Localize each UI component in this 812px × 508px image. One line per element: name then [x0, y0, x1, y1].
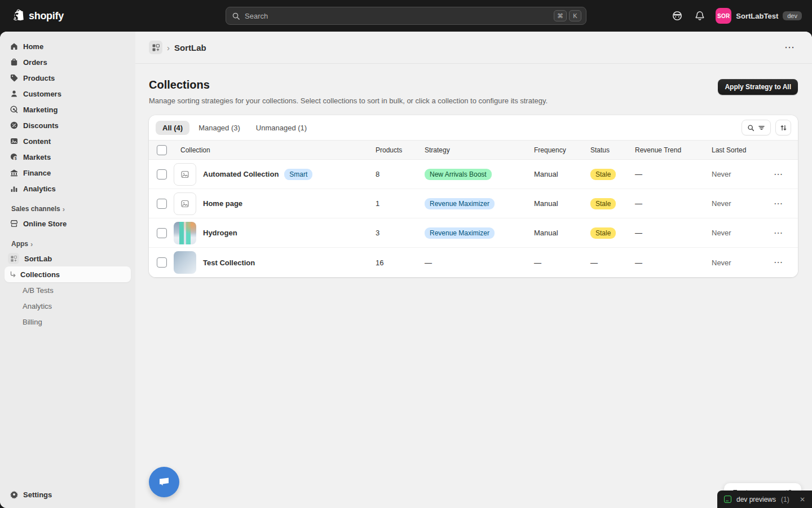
row-checkbox[interactable] — [157, 228, 167, 238]
sidebar-item-marketing[interactable]: Marketing — [5, 102, 131, 117]
column-header-collection: Collection — [174, 146, 376, 154]
collection-name-link[interactable]: Home page — [203, 199, 242, 208]
column-header-revenue-trend: Revenue Trend — [635, 146, 712, 154]
row-actions-menu-button[interactable]: ⋯ — [774, 199, 798, 208]
row-checkbox[interactable] — [157, 257, 167, 268]
table-row[interactable]: Automated Collection Smart 8 New Arrival… — [149, 160, 798, 189]
sidebar-item-label: Discounts — [23, 121, 59, 130]
row-checkbox[interactable] — [157, 169, 167, 179]
sidekick-assistant-button[interactable] — [668, 7, 686, 25]
collection-name-link[interactable]: Hydrogen — [203, 229, 237, 237]
breadcrumb-app-icon[interactable] — [149, 41, 162, 54]
status-badge: Stale — [590, 198, 616, 209]
section-label: Apps — [11, 240, 28, 248]
collection-name-link[interactable]: Automated Collection — [203, 170, 279, 178]
user-menu[interactable]: SOR SortLabTest dev — [713, 6, 805, 26]
sidebar-item-home[interactable]: Home — [5, 38, 131, 54]
row-checkbox[interactable] — [157, 199, 167, 209]
row-actions-menu-button[interactable]: ⋯ — [774, 170, 798, 179]
global-search-input[interactable]: Search ⌘ K — [226, 7, 586, 25]
revenue-trend-value: — — [635, 259, 712, 267]
media-icon — [9, 137, 19, 146]
collection-name-link[interactable]: Test Collection — [203, 259, 255, 267]
sidebar-section-sales-channels[interactable]: Sales channels › — [0, 202, 135, 216]
revenue-trend-value: — — [635, 170, 712, 178]
sidebar-nav: Home Orders Products Customers Marketing… — [0, 32, 135, 508]
sidebar-item-settings[interactable]: Settings — [5, 487, 131, 502]
sidebar-item-billing[interactable]: Billing — [5, 314, 131, 330]
sidebar-item-customers[interactable]: Customers — [5, 86, 131, 102]
strategy-badge: Revenue Maximizer — [425, 227, 495, 239]
frequency-value: Manual — [534, 199, 590, 208]
tab-all[interactable]: All (4) — [156, 121, 189, 135]
kbd-cmd: ⌘ — [554, 10, 567, 21]
chevron-right-icon: › — [30, 240, 33, 248]
section-label: Sales channels — [11, 205, 60, 213]
chevron-right-icon: › — [63, 205, 65, 213]
sidebar-item-online-store[interactable]: Online Store — [5, 216, 131, 231]
target-icon — [9, 105, 19, 115]
table-row[interactable]: Test Collection 16 — — — — Never ⋯ — [149, 248, 798, 277]
sort-button[interactable] — [775, 120, 791, 135]
last-sorted-value: Never — [712, 170, 774, 178]
frequency-value: — — [534, 259, 590, 267]
dev-console-icon — [724, 496, 731, 503]
row-actions-menu-button[interactable]: ⋯ — [774, 258, 798, 267]
sidebar-item-app-analytics[interactable]: Analytics — [5, 298, 131, 314]
close-icon[interactable]: ✕ — [800, 496, 805, 503]
sidebar-item-collections[interactable]: Collections — [5, 266, 131, 282]
sidebar-item-finance[interactable]: Finance — [5, 165, 131, 181]
sortlab-app-icon — [8, 253, 19, 264]
sidebar-item-label: Settings — [23, 491, 52, 499]
collection-thumbnail-image — [174, 251, 196, 274]
sidebar-item-sortlab-app[interactable]: SortLab — [5, 251, 131, 266]
sidebar-item-discounts[interactable]: Discounts — [5, 117, 131, 133]
revenue-trend-value: — — [635, 199, 712, 208]
sidebar-item-analytics[interactable]: Analytics — [5, 181, 131, 196]
select-all-checkbox[interactable] — [157, 145, 167, 155]
sidebar-item-label: Finance — [23, 169, 51, 177]
sidebar-item-label: Marketing — [23, 106, 58, 114]
user-avatar: SOR — [716, 8, 731, 24]
page-actions-menu-button[interactable]: ⋯ — [781, 40, 798, 55]
sidebar-item-content[interactable]: Content — [5, 133, 131, 149]
sidebar-item-orders[interactable]: Orders — [5, 54, 131, 70]
breadcrumb: › SortLab ⋯ — [135, 32, 812, 64]
sidebar-item-label: A/B Tests — [23, 286, 54, 295]
shopify-wordmark: shopify — [29, 10, 64, 22]
search-filter-button[interactable] — [742, 120, 771, 135]
products-count: 8 — [376, 170, 425, 178]
sort-arrows-icon — [780, 124, 787, 132]
shopify-logo[interactable]: shopify — [12, 9, 64, 23]
last-sorted-value: Never — [712, 229, 774, 237]
sidebar-item-label: Billing — [23, 318, 42, 326]
table-row[interactable]: Hydrogen 3 Revenue Maximizer Manual Stal… — [149, 218, 798, 248]
notifications-button[interactable] — [691, 7, 709, 25]
column-header-last-sorted: Last Sorted — [712, 146, 774, 154]
apply-strategy-button[interactable]: Apply Strategy to All — [718, 79, 798, 95]
filter-icon — [758, 124, 765, 132]
row-actions-menu-button[interactable]: ⋯ — [774, 229, 798, 238]
page-description: Manage sorting strategies for your colle… — [149, 97, 548, 105]
chevron-right-icon: › — [167, 43, 170, 52]
discount-icon — [9, 121, 19, 130]
bank-icon — [9, 168, 19, 178]
globe-dollar-icon: $ — [9, 152, 19, 162]
sidebar-item-label: Analytics — [23, 185, 56, 193]
strategy-badge: New Arrivals Boost — [425, 169, 492, 180]
tab-managed[interactable]: Managed (3) — [192, 121, 247, 135]
table-tabs: All (4) Managed (3) Unmanaged (1) — [149, 115, 798, 140]
sidebar-section-apps[interactable]: Apps › — [0, 237, 135, 251]
sidebar-item-label: Markets — [23, 153, 51, 161]
tab-unmanaged[interactable]: Unmanaged (1) — [249, 121, 314, 135]
sidebar-item-markets[interactable]: $ Markets — [5, 149, 131, 165]
column-header-status: Status — [590, 146, 635, 154]
sidebar-item-ab-tests[interactable]: A/B Tests — [5, 282, 131, 298]
sidebar-item-label: Content — [23, 137, 51, 146]
search-placeholder: Search — [245, 12, 551, 20]
table-row[interactable]: Home page 1 Revenue Maximizer Manual Sta… — [149, 189, 798, 218]
collections-table-card: All (4) Managed (3) Unmanaged (1) Collec… — [149, 115, 798, 277]
storefront-icon — [9, 219, 19, 229]
chat-widget-button[interactable] — [149, 467, 179, 497]
sidebar-item-products[interactable]: Products — [5, 70, 131, 86]
